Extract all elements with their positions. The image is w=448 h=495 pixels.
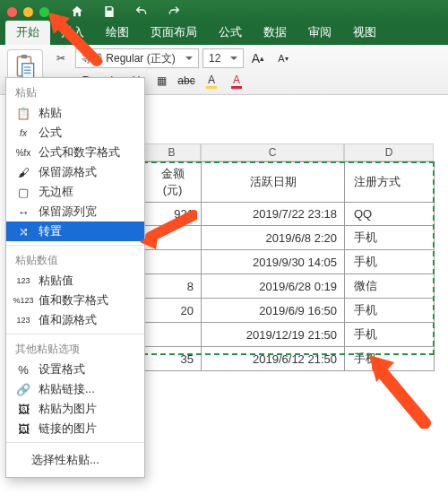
ribbon-tabs: 开始 插入 绘图 页面布局 公式 数据 审阅 视图 <box>0 23 448 45</box>
menu-item-formulas[interactable]: fx公式 <box>6 123 144 143</box>
menu-separator <box>6 334 144 334</box>
col-header-d[interactable]: D <box>344 143 434 161</box>
zoom-window-icon[interactable] <box>39 7 49 17</box>
menu-item-paste-as-picture[interactable]: 🖼粘贴为图片 <box>6 399 144 419</box>
tab-layout[interactable]: 页面布局 <box>140 21 208 45</box>
fx-icon: fx <box>15 126 31 140</box>
table-row: 352019/6/12 21:50手机 <box>144 347 435 371</box>
linked-picture-icon: 🖼 <box>15 421 31 436</box>
font-size-value: 12 <box>209 52 220 65</box>
chevron-down-icon <box>185 56 193 61</box>
menu-item-paste[interactable]: 📋粘贴 <box>6 103 144 123</box>
tab-formulas[interactable]: 公式 <box>208 21 253 45</box>
paste-options-menu: 粘贴 📋粘贴 fx公式 %fx公式和数字格式 🖌保留源格式 ▢无边框 ↔保留源列… <box>5 77 145 478</box>
table-row: 2019/6/8 2:20手机 <box>144 226 435 250</box>
menu-separator <box>6 442 144 443</box>
data-table[interactable]: 金额(元) 活跃日期 注册方式 9212019/7/22 23:18QQ 201… <box>143 161 435 371</box>
tab-insert[interactable]: 插入 <box>50 21 95 45</box>
brush-icon: 🖌 <box>15 165 31 179</box>
shrink-font-button[interactable]: A▾ <box>272 48 294 68</box>
no-border-icon: ▢ <box>15 185 31 199</box>
menu-section-label: 粘贴数值 <box>6 249 144 271</box>
fx-number-icon: %fx <box>15 145 31 160</box>
save-icon[interactable] <box>101 4 117 20</box>
grow-font-button[interactable]: A▴ <box>247 48 269 68</box>
table-row: 2019/9/30 14:05手机 <box>144 250 435 274</box>
home-icon[interactable] <box>69 4 85 20</box>
menu-item-formatting[interactable]: %设置格式 <box>6 360 144 379</box>
values-icon: 123 <box>15 274 31 288</box>
chevron-down-icon <box>230 56 237 61</box>
font-name-value: 等线 Regular (正文) <box>82 51 176 66</box>
tab-draw[interactable]: 绘图 <box>95 21 140 45</box>
col-header-b[interactable]: B <box>143 143 201 161</box>
minimize-window-icon[interactable] <box>23 7 33 17</box>
menu-item-paste-link[interactable]: 🔗粘贴链接... <box>6 379 144 399</box>
worksheet[interactable]: B C D 金额(元) 活跃日期 注册方式 9212019/7/22 23:18… <box>143 143 435 371</box>
close-window-icon[interactable] <box>7 7 17 17</box>
menu-item-transpose[interactable]: ⤭转置 <box>6 221 144 241</box>
column-headers[interactable]: B C D <box>143 143 435 161</box>
menu-section-label: 粘贴 <box>6 82 144 103</box>
tab-home[interactable]: 开始 <box>5 21 50 45</box>
values-num-icon: %123 <box>15 293 31 308</box>
font-color-button[interactable]: A <box>226 71 247 91</box>
svg-rect-1 <box>22 55 27 58</box>
tab-view[interactable]: 视图 <box>342 21 387 45</box>
col-width-icon: ↔ <box>15 204 31 219</box>
table-row: 2019/12/19 21:50手机 <box>144 323 435 347</box>
menu-item-no-border[interactable]: ▢无边框 <box>6 182 144 202</box>
table-row: 金额(元) 活跃日期 注册方式 <box>144 162 435 203</box>
menu-item-keep-source-format[interactable]: 🖌保留源格式 <box>6 162 144 182</box>
picture-icon: 🖼 <box>15 402 31 416</box>
menu-item-paste-special[interactable]: 选择性粘贴... <box>6 447 144 472</box>
window-controls[interactable] <box>7 7 49 17</box>
tab-review[interactable]: 审阅 <box>297 21 342 45</box>
table-row: 9212019/7/22 23:18QQ <box>144 203 435 226</box>
undo-icon[interactable] <box>134 4 150 20</box>
menu-item-paste-values[interactable]: 123粘贴值 <box>6 271 144 291</box>
strike-button[interactable]: abc <box>176 71 197 91</box>
table-row: 82019/6/28 0:19微信 <box>144 274 435 299</box>
header-cell[interactable]: 金额(元) <box>144 162 202 203</box>
font-name-select[interactable]: 等线 Regular (正文) <box>75 48 199 68</box>
font-size-select[interactable]: 12 <box>202 48 244 68</box>
menu-item-values-source-format[interactable]: 123值和源格式 <box>6 310 144 330</box>
format-icon: % <box>15 362 31 377</box>
borders-button[interactable]: ▦ <box>151 71 172 91</box>
transpose-icon: ⤭ <box>15 224 31 239</box>
menu-separator <box>6 245 144 246</box>
redo-icon[interactable] <box>166 4 182 20</box>
link-icon: 🔗 <box>15 382 31 396</box>
clipboard-icon: 📋 <box>15 106 31 120</box>
cut-icon[interactable]: ✂ <box>50 48 72 68</box>
menu-item-linked-picture[interactable]: 🖼链接的图片 <box>6 419 144 439</box>
header-cell[interactable]: 活跃日期 <box>202 162 345 203</box>
tab-data[interactable]: 数据 <box>253 21 297 45</box>
header-cell[interactable]: 注册方式 <box>345 162 435 203</box>
menu-section-label: 其他粘贴选项 <box>6 338 144 360</box>
col-header-c[interactable]: C <box>201 143 344 161</box>
fill-color-button[interactable]: A <box>201 71 222 91</box>
values-fmt-icon: 123 <box>15 313 31 327</box>
menu-item-keep-col-width[interactable]: ↔保留源列宽 <box>6 202 144 221</box>
menu-item-formulas-number[interactable]: %fx公式和数字格式 <box>6 143 144 162</box>
table-row: 202019/6/9 16:50手机 <box>144 299 435 323</box>
menu-item-values-number-format[interactable]: %123值和数字格式 <box>6 291 144 310</box>
